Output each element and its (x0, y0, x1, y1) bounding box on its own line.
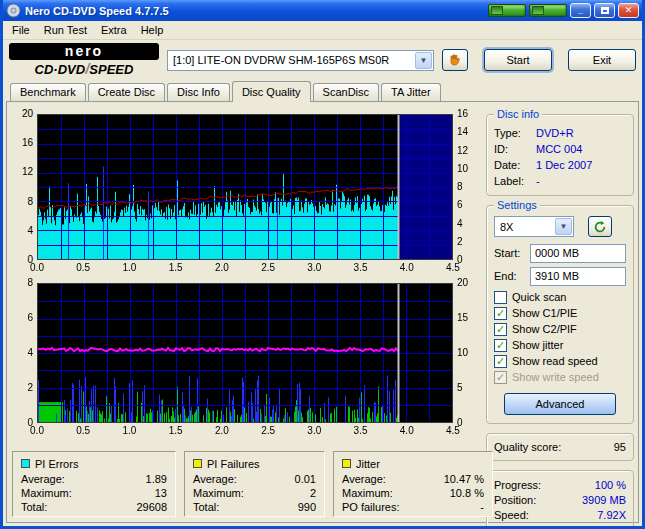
checkbox-show-jitter[interactable]: ✓ Show jitter (494, 337, 626, 353)
menu-file[interactable]: File (5, 22, 37, 38)
stat-label: Average: (193, 473, 237, 487)
tab-ta-jitter[interactable]: TA Jitter (381, 83, 441, 101)
checkbox-show-c2-pif[interactable]: ✓ Show C2/PIF (494, 321, 626, 337)
drive-select[interactable]: [1:0] LITE-ON DVDRW SHM-165P6S MS0R ▼ (167, 50, 434, 71)
speed-row: 8X ▼ (494, 216, 626, 237)
start-field-row: Start: 0000 MB (494, 243, 626, 263)
settings-title: Settings (494, 199, 540, 211)
close-button[interactable]: ✕ (618, 3, 639, 18)
start-mb-input[interactable]: 0000 MB (530, 244, 626, 263)
disc-label-row: Label: - (494, 173, 626, 189)
jitter-panel: Jitter Average:10.47 % Maximum:10.8 % PO… (333, 451, 493, 517)
maximize-icon (601, 7, 609, 14)
tab-disc-info[interactable]: Disc Info (167, 83, 230, 101)
titlebar-buttons: _ ✕ (488, 3, 639, 18)
stat-value: 29608 (136, 501, 167, 515)
stat-value: 10.8 % (450, 487, 484, 501)
checkbox-show-c1-pie[interactable]: ✓ Show C1/PIE (494, 305, 626, 321)
disc-info-group: Disc info Type: DVD+R ID: MCC 004 Date: … (486, 114, 634, 196)
stat-value: 13 (155, 487, 167, 501)
close-icon: ✕ (625, 6, 633, 15)
maximize-button[interactable] (594, 3, 615, 18)
pie-left-axis: 201612840 (10, 114, 37, 260)
disc-type-row: Type: DVD+R (494, 125, 626, 141)
disc-label-label: Label: (494, 175, 536, 187)
product-right: SPEED (89, 62, 133, 77)
speed-select-value: 8X (495, 221, 555, 233)
refresh-icon (593, 220, 607, 234)
stat-label: Maximum: (21, 487, 72, 501)
pif-jitter-chart: 86420 20151050 0.00.51.01.52.02.53.03.54… (10, 283, 475, 436)
disc-id-value: MCC 004 (536, 143, 582, 155)
menubar: File Run Test Extra Help (3, 21, 642, 40)
tabstrip: Benchmark Create Disc Disc Info Disc Qua… (3, 80, 642, 101)
quality-score-label: Quality score: (494, 441, 561, 453)
disc-date-row: Date: 1 Dec 2007 (494, 157, 626, 173)
checkbox-box: ✓ (494, 371, 507, 384)
stat-value: 990 (298, 501, 316, 515)
stats-row: PI Errors Average:1.89 Maximum:13 Total:… (12, 451, 493, 517)
disc-date-value: 1 Dec 2007 (536, 159, 592, 171)
checkbox-show-read-speed[interactable]: ✓ Show read speed (494, 353, 626, 369)
checkbox-box[interactable]: ✓ (494, 323, 507, 336)
product-left: CD·DVD (35, 62, 86, 77)
disc-label-value: - (536, 175, 540, 187)
position-label: Position: (494, 494, 536, 506)
disc-id-label: ID: (494, 143, 536, 155)
checkbox-show-write-speed: ✓ Show write speed (494, 369, 626, 385)
quality-score-group: Quality score: 95 (486, 433, 634, 461)
app-window: Nero CD-DVD Speed 4.7.7.5 _ ✕ File Run T… (0, 0, 645, 529)
checkbox-label: Show C2/PIF (512, 323, 577, 335)
checkbox-box[interactable] (494, 291, 507, 304)
start-label: Start: (494, 247, 530, 259)
pi-errors-panel: PI Errors Average:1.89 Maximum:13 Total:… (12, 451, 176, 517)
refresh-button[interactable] (588, 216, 612, 237)
tab-create-disc[interactable]: Create Disc (88, 83, 165, 101)
advanced-button[interactable]: Advanced (504, 393, 616, 415)
menu-help[interactable]: Help (134, 22, 171, 38)
speed-select[interactable]: 8X ▼ (494, 216, 574, 237)
jitter-right-axis: 20151050 (453, 283, 475, 423)
drive-select-value: [1:0] LITE-ON DVDRW SHM-165P6S MS0R (168, 54, 415, 66)
pif-x-axis: 0.00.51.01.52.02.53.03.54.04.5 (37, 423, 453, 436)
disc-type-label: Type: (494, 127, 536, 139)
checkbox-box[interactable]: ✓ (494, 339, 507, 352)
disc-id-row: ID: MCC 004 (494, 141, 626, 157)
exit-button[interactable]: Exit (568, 49, 636, 71)
nero-brand: nero (9, 43, 159, 60)
checkbox-box[interactable]: ✓ (494, 355, 507, 368)
tab-scandisc[interactable]: ScanDisc (313, 83, 379, 101)
app-icon (6, 3, 21, 18)
checkbox-label: Quick scan (512, 291, 566, 303)
tab-benchmark[interactable]: Benchmark (10, 83, 86, 101)
progress-label: Progress: (494, 479, 541, 491)
minimize-button[interactable]: _ (570, 3, 591, 18)
chevron-down-icon[interactable]: ▼ (555, 218, 572, 235)
checkbox-label: Show write speed (512, 371, 599, 383)
pi-failures-panel: PI Failures Average:0.01 Maximum:2 Total… (184, 451, 325, 517)
chevron-down-icon[interactable]: ▼ (415, 52, 432, 69)
end-mb-input[interactable]: 3910 MB (530, 267, 626, 286)
checkbox-quick-scan[interactable]: Quick scan (494, 289, 626, 305)
checkbox-box[interactable]: ✓ (494, 307, 507, 320)
hand-icon (447, 52, 463, 68)
nero-product: CD·DVD/SPEED (9, 60, 159, 77)
speed-right-axis: 1614121086420 (453, 114, 475, 260)
tab-disc-quality[interactable]: Disc Quality (232, 81, 311, 102)
start-button[interactable]: Start (484, 49, 552, 71)
end-label: End: (494, 270, 530, 282)
pie-chart-plot (37, 114, 453, 260)
stat-value: - (480, 501, 484, 515)
indicator-screen (532, 6, 544, 15)
menu-extra[interactable]: Extra (94, 22, 134, 38)
titlebar[interactable]: Nero CD-DVD Speed 4.7.7.5 _ ✕ (3, 0, 642, 21)
menu-run-test[interactable]: Run Test (37, 22, 94, 38)
stat-value: 0.01 (295, 473, 316, 487)
checkbox-label: Show jitter (512, 339, 563, 351)
burn-hand-button[interactable] (442, 49, 468, 71)
green-indicator-button-1[interactable] (488, 4, 526, 17)
stat-label: Maximum: (342, 487, 393, 501)
window-title: Nero CD-DVD Speed 4.7.7.5 (25, 5, 488, 17)
green-indicator-button-2[interactable] (529, 4, 567, 17)
pif-chart-plot (37, 283, 453, 423)
